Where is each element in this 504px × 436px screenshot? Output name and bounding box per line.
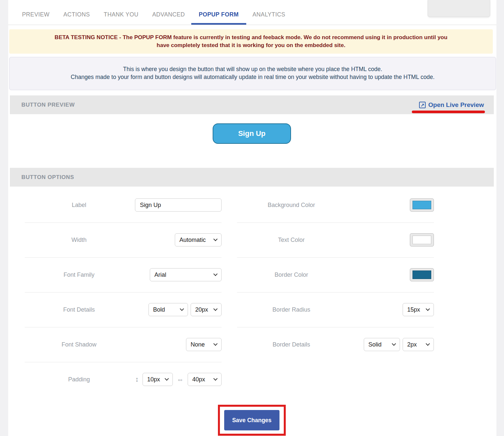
border-color-picker[interactable] [410, 268, 434, 281]
border-color-swatch [412, 270, 431, 279]
button-preview-header: BUTTON PREVIEW ↗ Open Live Preview [10, 95, 494, 114]
border-style-select[interactable]: Solid [364, 338, 400, 351]
label-field-row: Label [25, 188, 222, 223]
tab-popup-form[interactable]: POPUP FORM [199, 0, 239, 25]
font-shadow-select[interactable]: None [186, 338, 222, 351]
font-shadow-field-row: Font Shadow None [25, 327, 222, 362]
width-field-label: Width [25, 237, 133, 244]
background-color-field-row: Background Color [237, 188, 434, 223]
border-radius-field-label: Border Radius [237, 306, 346, 313]
background-color-picker[interactable] [410, 198, 434, 212]
intro-line-1: This is where you design the button that… [19, 65, 486, 73]
button-options-header: BUTTON OPTIONS [10, 168, 494, 187]
button-options-title: BUTTON OPTIONS [21, 174, 74, 181]
font-family-select[interactable]: Arial [150, 268, 222, 281]
chevron-down-icon [213, 376, 218, 381]
tab-actions[interactable]: ACTIONS [64, 0, 90, 25]
background-color-field-label: Background Color [237, 202, 346, 209]
save-area: Save Changes [10, 405, 494, 436]
tab-bar: PREVIEW ACTIONS THANK YOU ADVANCED POPUP… [8, 0, 496, 25]
font-details-field-row: Font Details Bold 20px [25, 293, 222, 327]
font-family-field-label: Font Family [25, 271, 133, 278]
button-options-form: Label Width Automatic Font Fam [10, 187, 494, 397]
width-field-row: Width Automatic [25, 223, 222, 258]
form-right-column: Background Color Text Color [237, 188, 434, 397]
chevron-down-icon [392, 342, 396, 346]
button-preview-body: Sign Up [10, 114, 494, 155]
button-preview-section: BUTTON PREVIEW ↗ Open Live Preview Sign … [10, 95, 494, 155]
border-radius-field-row: Border Radius 15px [237, 293, 434, 327]
tab-analytics[interactable]: ANALYTICS [252, 0, 285, 25]
border-color-field-label: Border Color [237, 271, 346, 278]
save-changes-button[interactable]: Save Changes [224, 410, 279, 430]
border-details-field-label: Border Details [237, 341, 346, 348]
signup-preview-button[interactable]: Sign Up [213, 123, 291, 144]
label-input[interactable] [135, 198, 222, 212]
chevron-down-icon [165, 376, 169, 381]
chevron-down-icon [213, 237, 218, 241]
font-weight-select[interactable]: Bold [148, 303, 188, 316]
border-width-select[interactable]: 2px [403, 338, 434, 351]
redacted-toolbar-box [428, 0, 490, 17]
intro-description: This is where you design the button that… [9, 57, 496, 90]
border-details-field-row: Border Details Solid 2px [237, 327, 434, 362]
red-underline-annotation [412, 111, 485, 113]
tab-thank-you[interactable]: THANK YOU [104, 0, 138, 25]
text-color-field-row: Text Color [237, 223, 434, 258]
vertical-arrows-icon: ↕ [135, 375, 139, 383]
open-live-preview-label: Open Live Preview [428, 101, 484, 109]
font-family-field-row: Font Family Arial [25, 258, 222, 293]
border-radius-select[interactable]: 15px [403, 303, 434, 316]
background-color-swatch [412, 201, 431, 209]
label-field-label: Label [25, 202, 133, 209]
beta-testing-notice: BETA TESTING NOTICE - The POPUP FORM fea… [9, 29, 493, 54]
chevron-down-icon [213, 342, 218, 346]
chevron-down-icon [213, 307, 218, 311]
text-color-field-label: Text Color [237, 237, 346, 244]
chevron-down-icon [213, 272, 218, 276]
padding-field-label: Padding [25, 376, 133, 383]
chevron-down-icon [426, 342, 430, 346]
popup-form-settings-page: PREVIEW ACTIONS THANK YOU ADVANCED POPUP… [8, 0, 496, 436]
external-link-icon: ↗ [419, 102, 426, 108]
padding-vertical-select[interactable]: 10px [143, 373, 173, 386]
padding-field-row: Padding ↕ 10px ⇔ 40px [25, 362, 222, 397]
tab-preview[interactable]: PREVIEW [22, 0, 50, 25]
chevron-down-icon [426, 307, 430, 311]
border-color-field-row: Border Color [237, 258, 434, 293]
intro-line-2: Changes made to your form and button des… [19, 73, 486, 81]
form-left-column: Label Width Automatic Font Fam [25, 188, 222, 397]
width-select[interactable]: Automatic [175, 233, 222, 246]
font-shadow-field-label: Font Shadow [25, 341, 133, 348]
horizontal-arrows-icon: ⇔ [177, 375, 184, 383]
open-live-preview-link[interactable]: ↗ Open Live Preview [419, 101, 484, 109]
text-color-swatch [412, 236, 431, 244]
font-details-field-label: Font Details [25, 306, 133, 313]
padding-horizontal-select[interactable]: 40px [188, 373, 222, 386]
button-options-section: BUTTON OPTIONS Label Width Automatic [10, 168, 494, 436]
tab-advanced[interactable]: ADVANCED [152, 0, 185, 25]
red-rectangle-annotation: Save Changes [218, 405, 286, 436]
font-size-select[interactable]: 20px [191, 303, 222, 316]
text-color-picker[interactable] [410, 233, 434, 246]
chevron-down-icon [180, 307, 184, 311]
button-preview-title: BUTTON PREVIEW [21, 102, 75, 108]
